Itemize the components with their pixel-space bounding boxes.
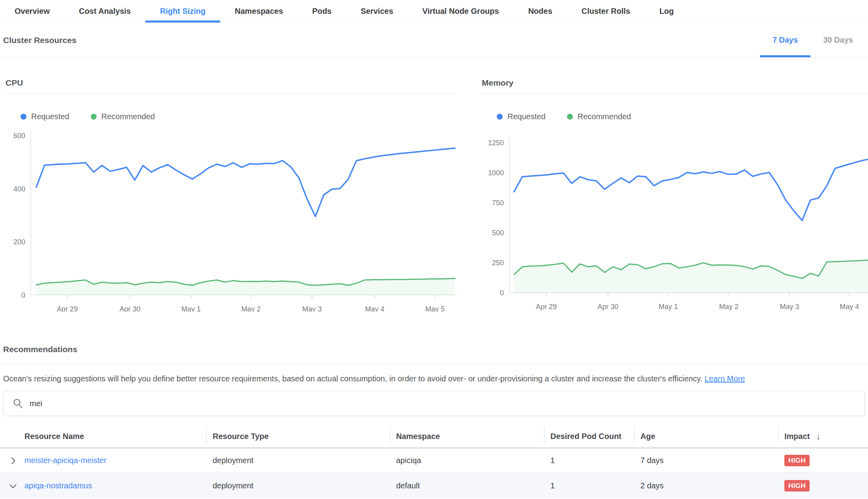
table-row: meister-apiciqa-meisterdeploymentapiciqa… [0, 448, 868, 473]
impact-high-badge: HIGH [784, 455, 810, 466]
recommended-area [514, 260, 868, 293]
cpu-chart-legend: Requested Recommended [21, 111, 458, 122]
tab-pods[interactable]: Pods [297, 0, 346, 23]
sort-desc-icon[interactable]: ↓ [816, 431, 820, 442]
impact-cell: HIGH [778, 480, 868, 491]
requested-legend-dot-icon [497, 114, 503, 120]
x-tick-label: May 4 [365, 305, 384, 311]
x-tick-label: Apr 29 [536, 303, 557, 311]
legend-label: Requested [31, 112, 69, 121]
x-tick-label: May 1 [658, 303, 678, 311]
x-tick-label: May 5 [425, 305, 445, 311]
recommendations-heading: Recommendations [3, 345, 868, 354]
resource-name-cell: apiqa-nostradamus [0, 481, 206, 491]
y-tick-label: 1250 [488, 139, 504, 147]
charts-row: CPU Requested Recommended 0200400600Apr … [0, 77, 868, 311]
x-tick-label: May 4 [840, 303, 859, 311]
period-7-days[interactable]: 7 Days [760, 23, 811, 57]
legend-label: Recommended [101, 112, 155, 121]
learn-more-link[interactable]: Learn More [705, 374, 745, 383]
tab-cluster-rolls[interactable]: Cluster Rolls [567, 0, 645, 23]
memory-line-chart: 025050075010001250Apr 29Apr 30May 1May 2… [479, 122, 868, 311]
legend-item-recommended[interactable]: Recommended [91, 112, 155, 121]
column-header-label: Desired Pod Count [550, 432, 621, 441]
resource-type-cell: deployment [206, 456, 390, 465]
x-tick-label: May 2 [241, 305, 260, 311]
period-toggle: 7 Days 30 Days [760, 23, 868, 57]
age-cell: 2 days [634, 481, 778, 490]
table-header-row: Resource NameResource TypeNamespaceDesir… [0, 426, 868, 448]
impact-cell: HIGH [778, 455, 868, 466]
tab-log[interactable]: Log [645, 0, 688, 23]
requested-legend-dot-icon [21, 114, 26, 120]
tab-namespaces[interactable]: Namespaces [220, 0, 297, 23]
recommendations-table: Resource NameResource TypeNamespaceDesir… [0, 426, 868, 498]
column-header-resource-name[interactable]: Resource Name [0, 426, 206, 447]
cpu-line-chart: 0200400600Apr 29Apr 30May 1May 2May 3May… [3, 122, 458, 311]
namespace-cell: default [390, 481, 544, 490]
cpu-chart-title: CPU [3, 77, 458, 94]
column-header-label: Resource Type [213, 432, 269, 441]
chevron-right-icon[interactable] [8, 456, 18, 466]
x-tick-label: Apr 29 [57, 305, 78, 311]
x-tick-label: May 2 [719, 303, 739, 311]
x-tick-label: May 3 [780, 303, 799, 311]
y-tick-label: 600 [13, 132, 25, 140]
cpu-chart-panel: CPU Requested Recommended 0200400600Apr … [3, 77, 458, 311]
desired-pod-count-cell: 1 [544, 481, 634, 490]
chevron-down-icon[interactable] [8, 481, 18, 491]
column-header-resource-type[interactable]: Resource Type [206, 426, 390, 447]
y-tick-label: 750 [492, 199, 504, 207]
y-tick-label: 400 [13, 185, 25, 193]
tab-services[interactable]: Services [346, 0, 408, 23]
x-tick-label: May 3 [302, 305, 322, 311]
column-header-desired-pod-count[interactable]: Desired Pod Count [544, 426, 634, 447]
column-header-namespace[interactable]: Namespace [390, 426, 544, 447]
y-tick-label: 250 [492, 259, 504, 267]
resource-name-link[interactable]: apiqa-nostradamus [24, 481, 92, 490]
top-nav: OverviewCost AnalysisRight SizingNamespa… [0, 0, 868, 23]
memory-chart-panel: Memory Requested Recommended 02505007501… [479, 77, 868, 311]
legend-label: Recommended [578, 112, 631, 121]
search-input[interactable] [30, 399, 864, 408]
recommendations-section: Recommendations Ocean's resizing suggest… [0, 345, 868, 385]
legend-item-requested[interactable]: Requested [21, 112, 69, 121]
namespace-cell: apiciqa [390, 456, 544, 465]
tab-cost-analysis[interactable]: Cost Analysis [64, 0, 146, 23]
search-icon [12, 398, 23, 409]
column-header-label: Namespace [396, 432, 440, 441]
section-divider [0, 364, 868, 365]
x-tick-label: Apr 30 [120, 305, 140, 311]
period-30-days[interactable]: 30 Days [810, 23, 866, 57]
age-cell: 7 days [634, 456, 778, 465]
resource-type-cell: deployment [206, 481, 390, 490]
table-row: apiqa-nostradamusdeploymentdefault12 day… [0, 473, 868, 498]
resource-name-cell: meister-apiciqa-meister [0, 456, 206, 466]
column-header-age[interactable]: Age [634, 426, 778, 447]
y-tick-label: 0 [500, 289, 504, 297]
y-tick-label: 1000 [488, 169, 504, 177]
column-header-label: Resource Name [24, 432, 84, 441]
y-tick-label: 200 [13, 238, 25, 246]
legend-label: Requested [507, 112, 546, 121]
tab-nodes[interactable]: Nodes [514, 0, 567, 23]
column-header-label: Age [640, 432, 655, 441]
column-header-impact[interactable]: Impact↓ [778, 426, 868, 447]
table-body: meister-apiciqa-meisterdeploymentapiciqa… [0, 448, 868, 498]
x-tick-label: May 1 [181, 305, 201, 311]
search-box[interactable] [3, 391, 865, 416]
legend-item-requested[interactable]: Requested [497, 112, 546, 121]
tab-overview[interactable]: Overview [0, 0, 64, 23]
tab-virtual-node-groups[interactable]: Virtual Node Groups [408, 0, 514, 23]
impact-high-badge: HIGH [784, 480, 810, 491]
column-header-label: Impact [784, 432, 810, 441]
memory-chart-legend: Requested Recommended [497, 111, 868, 122]
page-title: Cluster Resources [3, 36, 77, 45]
recommended-legend-dot-icon [91, 114, 97, 120]
resource-name-link[interactable]: meister-apiciqa-meister [24, 456, 107, 465]
desired-pod-count-cell: 1 [544, 456, 634, 465]
tab-right-sizing[interactable]: Right Sizing [145, 0, 220, 23]
y-tick-label: 500 [492, 229, 504, 237]
memory-chart-title: Memory [479, 77, 868, 94]
legend-item-recommended[interactable]: Recommended [567, 112, 631, 121]
